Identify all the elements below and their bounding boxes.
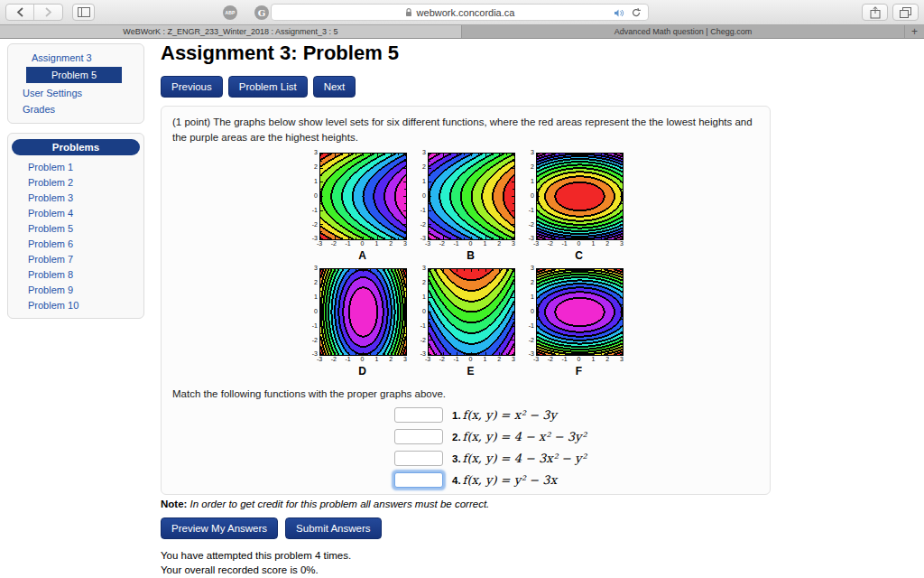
y-tick-label: -1 (415, 207, 426, 213)
attempt-status: You have attempted this problem 4 times.… (161, 549, 489, 578)
contour-plot-E: 3210-1-2-3-3-2-10123E (415, 267, 516, 379)
equation-number: 2. (452, 432, 461, 443)
y-tick-label: 2 (523, 163, 534, 170)
x-tick-label: 3 (403, 356, 407, 362)
nav-button-group (5, 4, 63, 21)
adblock-extension-icon[interactable]: ABP (223, 5, 237, 20)
x-tick-label: 3 (403, 240, 407, 247)
match-instruction: Match the following functions with the p… (172, 388, 759, 399)
x-tick-label: -1 (562, 240, 568, 247)
tab-webwork[interactable]: WeBWorK : Z_ENGR_233_Winter_2018 : Assig… (0, 25, 462, 38)
x-tick-label: -3 (317, 356, 322, 362)
contour-plot-D: 3210-1-2-3-3-2-10123D (307, 267, 408, 379)
plot-caption-A: A (319, 249, 405, 262)
contour-canvas-E (428, 268, 515, 356)
y-tick-label: 0 (415, 308, 426, 314)
y-tick-label: 3 (415, 149, 426, 155)
y-tick-label: -2 (523, 221, 534, 228)
x-tick-label: 2 (389, 240, 393, 247)
next-button[interactable]: Next (313, 76, 356, 98)
score-line: Your overall recorded score is 0%. (161, 564, 489, 578)
sidebar-item-user-settings[interactable]: User Settings (8, 85, 143, 101)
sidebar-item-problem-5-current[interactable]: Problem 5 (26, 67, 122, 83)
answer-input-3[interactable] (394, 451, 443, 466)
y-tick-label: 1 (307, 294, 318, 300)
reload-icon[interactable] (631, 7, 642, 18)
address-bar[interactable]: webwork.concordia.ca (271, 4, 649, 21)
answer-input-1[interactable] (394, 407, 443, 423)
preview-my-answers-button[interactable]: Preview My Answers (161, 517, 278, 539)
y-tick-label: 0 (523, 192, 534, 199)
sidebar-item-problem-4[interactable]: Problem 4 (8, 205, 143, 220)
problems-nav-box: Problems Problem 1Problem 2Problem 3Prob… (7, 133, 144, 319)
y-tick-label: 2 (307, 163, 318, 170)
main-content: Assignment 3: Problem 5 Previous Problem… (161, 39, 783, 495)
action-button-row: Preview My Answers Submit Answers (161, 517, 489, 539)
answer-row-4: 4.f(x, y) = y² − 3x (394, 471, 759, 489)
note-line: Note: In order to get credit for this pr… (161, 499, 489, 509)
x-tick-label: 1 (374, 240, 378, 247)
x-tick-label: -1 (346, 240, 351, 247)
plot-caption-B: B (428, 249, 513, 262)
previous-button[interactable]: Previous (161, 76, 223, 98)
answer-input-2[interactable] (394, 429, 443, 444)
sidebar-item-problem-7[interactable]: Problem 7 (8, 251, 143, 266)
back-button[interactable] (6, 5, 34, 20)
sidebar-item-problem-2[interactable]: Problem 2 (8, 174, 143, 190)
sidebar-item-problem-6[interactable]: Problem 6 (8, 236, 143, 251)
new-tab-button[interactable]: + (905, 25, 924, 38)
y-tick-label: -1 (415, 322, 426, 329)
bottom-section: Note: In order to get credit for this pr… (161, 499, 489, 578)
sidebar-item-problem-10[interactable]: Problem 10 (8, 297, 143, 312)
x-tick-label: 3 (512, 240, 515, 247)
sidebar-item-problem-1[interactable]: Problem 1 (8, 159, 143, 174)
grammarly-extension-icon[interactable]: G (254, 5, 269, 20)
x-tick-label: 0 (361, 240, 365, 247)
equation-formula: f(x, y) = x² − 3y (463, 408, 557, 422)
contour-plot-F: 3210-1-2-3-3-2-10123F (523, 267, 624, 379)
y-tick-label: -2 (523, 337, 534, 343)
contour-plot-grid: 3210-1-2-3-3-2-10123A3210-1-2-3-3-2-1012… (307, 152, 624, 379)
answer-input-4[interactable] (394, 472, 443, 488)
x-tick-label: -2 (331, 240, 337, 247)
sidebar-item-assignment-3[interactable]: Assignment 3 (8, 50, 143, 66)
problems-list: Problem 1Problem 2Problem 3Problem 4Prob… (8, 159, 143, 312)
x-tick-label: 2 (389, 356, 393, 362)
show-all-tabs-button[interactable] (892, 4, 919, 21)
contour-plot-B: 3210-1-2-3-3-2-10123B (415, 152, 516, 264)
x-tick-label: 2 (605, 356, 609, 362)
attempts-line: You have attempted this problem 4 times. (161, 549, 489, 564)
y-tick-label: -2 (415, 337, 426, 343)
plot-caption-E: E (428, 365, 513, 378)
y-tick-label: 3 (523, 149, 534, 155)
tab-bar: WeBWorK : Z_ENGR_233_Winter_2018 : Assig… (0, 25, 924, 39)
sidebar-item-grades[interactable]: Grades (8, 101, 143, 117)
sidebar-item-problem-8[interactable]: Problem 8 (8, 266, 143, 282)
sidebar-item-problem-5[interactable]: Problem 5 (8, 220, 143, 236)
x-tick-label: -2 (548, 356, 553, 362)
share-button[interactable] (862, 4, 888, 21)
plot-caption-D: D (319, 365, 405, 378)
equation-formula: f(x, y) = y² − 3x (463, 473, 557, 487)
x-tick-label: 2 (497, 240, 501, 247)
y-tick-label: 0 (523, 308, 534, 314)
x-tick-label: 3 (512, 356, 515, 362)
x-tick-label: -2 (439, 356, 445, 362)
y-tick-label: -1 (523, 322, 534, 329)
x-tick-label: -3 (425, 356, 430, 362)
problem-list-button[interactable]: Problem List (228, 76, 308, 98)
tab-chegg[interactable]: Advanced Math question | Chegg.com (462, 25, 905, 38)
tab-audio-icon[interactable] (614, 8, 624, 18)
submit-answers-button[interactable]: Submit Answers (285, 517, 381, 539)
y-tick-label: 0 (415, 192, 426, 199)
forward-button[interactable] (34, 5, 62, 20)
sidebar-toggle-button[interactable] (72, 4, 95, 21)
sidebar-item-problem-9[interactable]: Problem 9 (8, 282, 143, 297)
y-tick-label: 2 (307, 279, 318, 285)
x-tick-label: -2 (439, 240, 445, 247)
x-tick-label: -1 (454, 240, 459, 247)
sidebar-item-problem-3[interactable]: Problem 3 (8, 190, 143, 205)
x-tick-label: -1 (346, 356, 351, 362)
x-tick-label: 0 (578, 356, 581, 362)
y-tick-label: 1 (307, 178, 318, 184)
